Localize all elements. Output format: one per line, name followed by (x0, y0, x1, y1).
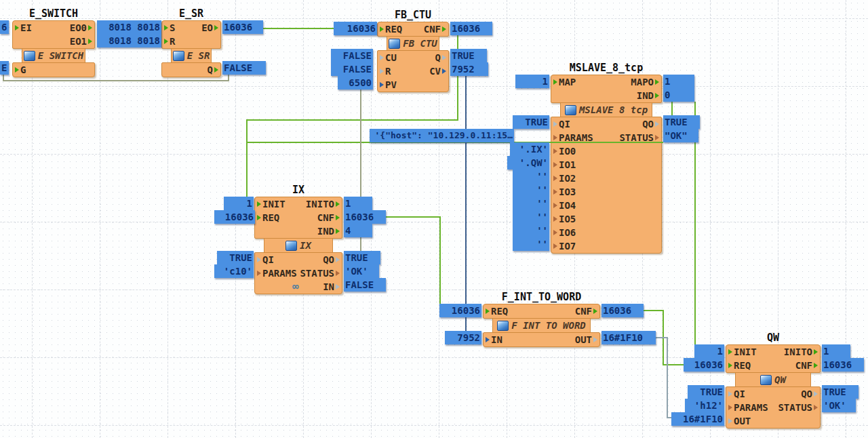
wire-eo-to-req[interactable] (263, 28, 334, 29)
value-mslave-params[interactable]: '{"host": "10.129.0.11:15… (370, 129, 514, 142)
pin-eo[interactable]: EO (201, 22, 218, 33)
pin-out[interactable]: OUT (728, 416, 751, 426)
wire-out-down[interactable] (667, 337, 668, 418)
value-ix-params[interactable]: 'c10' (214, 264, 254, 278)
pin-cnf[interactable]: CNF (317, 212, 340, 223)
value-f-out[interactable]: 16#1F10 (601, 331, 656, 344)
pin-pv[interactable]: PV (380, 79, 397, 90)
fb-neck[interactable]: F INT TO WORD (492, 319, 591, 332)
value-mslave-qo[interactable]: TRUE (663, 115, 700, 129)
pin-req[interactable]: REQ (380, 24, 402, 35)
wire-to-qw-req[interactable] (663, 364, 684, 365)
pin-ind[interactable]: IND (317, 226, 340, 237)
data-section[interactable]: QI QO PARAMS STATUS IO0 IO1 IO2 IO3 IO4 … (551, 117, 662, 254)
event-section[interactable]: MAP MAPO IND (551, 75, 662, 103)
value-f-req[interactable]: 16036 (439, 304, 481, 317)
fb-e-sr[interactable]: S EO R E SR Q (161, 20, 221, 77)
pin-ei[interactable]: EI (15, 22, 32, 33)
event-section[interactable]: REQ CNF (377, 22, 449, 37)
pin-cnf[interactable]: CNF (424, 24, 446, 35)
fb-neck[interactable]: QW (735, 373, 811, 386)
fb-neck[interactable]: E SWITCH (22, 49, 85, 62)
value-mslave-io6[interactable]: '' (513, 224, 549, 237)
pin-q[interactable]: Q (208, 64, 218, 75)
value-f-in[interactable]: 7952 (445, 331, 481, 344)
data-section[interactable]: CU Q R CV PV (377, 50, 449, 92)
value-mslave-status[interactable]: "OK" (663, 129, 698, 142)
pin-qi[interactable]: QI (553, 119, 570, 130)
value-e-sr-eo[interactable]: 16036 (222, 20, 263, 34)
value-qw-out[interactable]: 16#1F10 (671, 412, 724, 426)
pin-io6[interactable]: IO6 (553, 227, 576, 238)
value-ix-ind[interactable]: 4 (344, 224, 372, 237)
pin-cnf[interactable]: CNF (795, 360, 818, 371)
value-qw-status[interactable]: 'OK' (822, 399, 856, 412)
pin-qo[interactable]: QO (642, 119, 659, 130)
value-qw-inito[interactable]: 1 (822, 344, 850, 358)
fb-neck[interactable]: FB CTU (387, 37, 439, 50)
wire-mslave-mapo-stub[interactable] (671, 102, 673, 115)
value-ix-init[interactable]: 1 (224, 197, 254, 210)
pin-g[interactable]: G (15, 64, 26, 75)
value-ctu-cnf[interactable]: 16036 (450, 22, 492, 35)
value-ix-in[interactable]: FALSE (344, 278, 386, 292)
value-ctu-cu[interactable]: FALSE (331, 49, 373, 62)
pin-qi[interactable]: QI (728, 389, 745, 399)
value-mslave-io0[interactable]: '.IX' (510, 142, 549, 156)
pin-params[interactable]: PARAMS (728, 402, 768, 413)
wire-cv-to-in[interactable] (465, 76, 467, 338)
pin-io4[interactable]: IO4 (553, 200, 576, 211)
data-section[interactable]: Q (161, 62, 221, 77)
value-qw-cnf[interactable]: 16036 (822, 358, 864, 372)
wire-cnf-down[interactable] (457, 35, 458, 121)
event-section[interactable]: INIT INITO REQ CNF (726, 344, 821, 373)
pin-io7[interactable]: IO7 (553, 241, 576, 252)
pin-qi[interactable]: QI (257, 254, 274, 265)
pin-inito[interactable]: INITO (784, 346, 818, 357)
pin-io3[interactable]: IO3 (553, 186, 576, 197)
value-ctu-q[interactable]: TRUE (450, 49, 487, 62)
value-qw-qi[interactable]: TRUE (688, 385, 724, 399)
pin-q[interactable]: Q (435, 52, 446, 63)
pin-r[interactable]: R (380, 66, 391, 77)
fb-qw[interactable]: INIT INITO REQ CNF QW QI QO PARAMS STATU… (726, 344, 821, 429)
pin-req[interactable]: REQ (486, 306, 508, 317)
pin-cv[interactable]: CV (429, 66, 446, 77)
pin-map[interactable]: MAP (553, 77, 576, 87)
pin-qo[interactable]: QO (323, 254, 340, 265)
pin-req[interactable]: REQ (728, 360, 751, 371)
pin-qo[interactable]: QO (801, 389, 818, 399)
value-ix-inito[interactable]: 1 (344, 197, 372, 210)
pin-req[interactable]: REQ (257, 212, 279, 223)
pin-in[interactable]: IN (486, 334, 502, 345)
pin-eo1[interactable]: EO1 (70, 36, 92, 47)
value-mslave-map[interactable]: 1 (515, 75, 549, 88)
value-qw-qo[interactable]: TRUE (822, 385, 859, 399)
value-mslave-io3[interactable]: '' (513, 183, 549, 197)
pin-eo0[interactable]: EO0 (70, 22, 92, 33)
event-section[interactable]: S EO R (161, 20, 221, 49)
wire-ix-cnf-down[interactable] (439, 216, 441, 311)
fbd-editor-canvas[interactable]: E_SWITCH EI EO0 EO1 E SWITCH G E_SR (0, 0, 868, 438)
value-mslave-qi[interactable]: TRUE (513, 115, 549, 129)
pin-cnf[interactable]: CNF (575, 306, 597, 317)
pin-params[interactable]: PARAMS (257, 268, 297, 279)
value-mslave-ind[interactable]: 0 (663, 88, 694, 102)
pin-r[interactable]: R (164, 36, 175, 47)
event-section[interactable]: INIT INITO REQ CNF IND (254, 197, 342, 239)
value-mslave-io1[interactable]: '.QW' (507, 156, 549, 170)
value-ctu-r[interactable]: FALSE (331, 62, 373, 76)
value-e-switch-eo1[interactable]: 8018 8018 (97, 34, 161, 47)
pin-out[interactable]: OUT (575, 334, 597, 345)
fb-neck[interactable]: MSLAVE 8 tcp (560, 103, 652, 117)
pin-s[interactable]: S (164, 22, 175, 33)
value-mslave-io2[interactable]: '' (513, 170, 549, 183)
fb-ix[interactable]: INIT INITO REQ CNF IND IX QI QO PARAMS (254, 197, 342, 294)
data-section[interactable]: G (12, 62, 95, 77)
value-qw-params[interactable]: 'h12' (685, 399, 724, 412)
value-ctu-pv[interactable]: 6500 (338, 76, 373, 89)
value-ix-qo[interactable]: TRUE (344, 251, 380, 264)
value-ix-qi[interactable]: TRUE (217, 251, 254, 264)
data-section[interactable]: QI QO PARAMS STATUS ∞ IN (254, 252, 342, 294)
value-mslave-io5[interactable]: '' (513, 210, 549, 224)
